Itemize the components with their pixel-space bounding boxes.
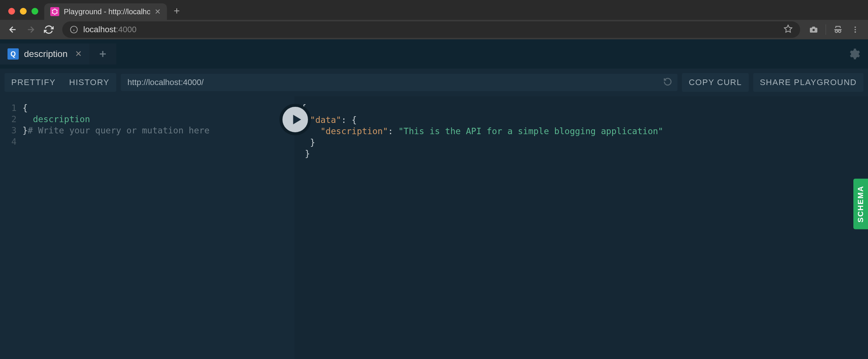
incognito-icon[interactable]: [830, 22, 845, 37]
svg-point-6: [52, 10, 53, 11]
browser-tab-bar: Playground - http://localhost:4 ✕ +: [0, 0, 868, 20]
reload-button[interactable]: [41, 22, 56, 37]
toolbar-divider: [826, 24, 826, 35]
schema-tab[interactable]: SCHEMA: [853, 179, 868, 229]
playground-tab-label: description: [24, 49, 68, 59]
playground-toolbar: PRETTIFY HISTORY http://localhost:4000/ …: [0, 69, 868, 96]
endpoint-url: http://localhost:4000/: [128, 78, 204, 87]
svg-point-3: [57, 12, 58, 13]
playground-tab[interactable]: Q description ✕: [0, 43, 89, 64]
back-button[interactable]: [5, 22, 20, 37]
svg-marker-0: [53, 9, 57, 14]
browser-new-tab-button[interactable]: +: [167, 5, 186, 20]
playground-tab-row: Q description ✕: [0, 39, 868, 69]
svg-marker-19: [293, 115, 301, 124]
svg-point-13: [838, 30, 841, 33]
svg-point-2: [57, 10, 58, 11]
toolbar-button-group: PRETTIFY HISTORY: [5, 73, 116, 92]
endpoint-reload-icon[interactable]: [663, 77, 672, 88]
result-pane[interactable]: ▼{ "data": { "description": "This is the…: [294, 96, 868, 359]
svg-point-5: [52, 12, 53, 13]
browser-toolbar-right: [806, 22, 863, 37]
svg-point-11: [812, 29, 815, 31]
playground-workspace: 1 2 3 4 { description }# Write your quer…: [0, 96, 868, 359]
share-playground-button[interactable]: SHARE PLAYGROUND: [753, 73, 863, 92]
query-editor[interactable]: 1 2 3 4 { description }# Write your quer…: [0, 96, 294, 359]
svg-point-14: [854, 27, 856, 28]
svg-point-16: [854, 31, 856, 33]
url-text: localhost:4000: [83, 25, 137, 34]
endpoint-input[interactable]: http://localhost:4000/: [121, 74, 677, 91]
window-close-button[interactable]: [8, 8, 15, 15]
svg-marker-10: [784, 25, 792, 32]
svg-point-15: [854, 29, 856, 30]
bookmark-star-icon[interactable]: [784, 24, 793, 35]
browser-chrome: Playground - http://localhost:4 ✕ + loca…: [0, 0, 868, 39]
camera-icon[interactable]: [806, 22, 821, 37]
forward-button[interactable]: [23, 22, 38, 37]
window-minimize-button[interactable]: [20, 8, 27, 15]
browser-toolbar: localhost:4000: [0, 20, 868, 39]
menu-icon[interactable]: [848, 22, 863, 37]
browser-tab-title: Playground - http://localhost:4: [64, 7, 150, 16]
editor-code: { description }# Write your query or mut…: [23, 102, 294, 359]
window-controls: [5, 8, 42, 20]
settings-gear-icon[interactable]: [848, 48, 860, 62]
site-info-icon[interactable]: [70, 25, 78, 34]
editor-gutter: 1 2 3 4: [0, 102, 23, 359]
browser-tab-close-icon[interactable]: ✕: [155, 7, 161, 16]
prettify-button[interactable]: PRETTIFY: [5, 73, 62, 92]
address-bar[interactable]: localhost:4000: [62, 21, 800, 38]
svg-point-12: [835, 30, 838, 33]
history-button[interactable]: HISTORY: [62, 73, 116, 92]
playground-new-tab-button[interactable]: [89, 43, 116, 64]
graphql-playground: Q description ✕ PRETTIFY HISTORY http://…: [0, 39, 868, 359]
browser-tab[interactable]: Playground - http://localhost:4 ✕: [44, 3, 167, 20]
playground-tab-close-icon[interactable]: ✕: [75, 49, 82, 59]
copy-curl-button[interactable]: COPY CURL: [682, 73, 748, 92]
query-badge: Q: [8, 48, 19, 60]
execute-button[interactable]: [279, 104, 311, 135]
window-maximize-button[interactable]: [32, 8, 38, 15]
graphql-icon: [50, 7, 59, 16]
